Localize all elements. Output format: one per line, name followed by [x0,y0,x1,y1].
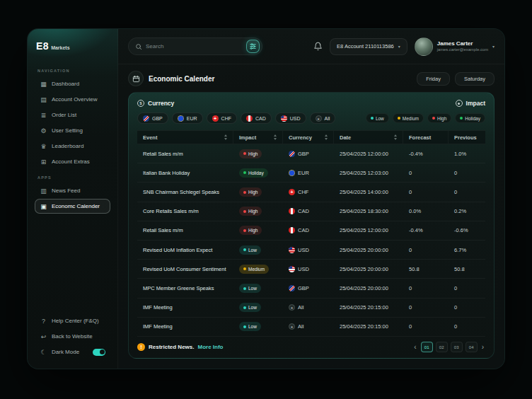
currency-flag-icon [316,115,322,122]
impact-dot-icon [243,248,246,251]
date-cell: 25/04/2025 18:30:00 [334,208,403,214]
impact-cell: Low [233,284,283,293]
restricted-news-label: Restricted News. [149,344,194,350]
table-row[interactable]: MPC Member Greene Speaks Low GBP 25/04/2… [137,279,485,298]
sort-icon[interactable] [274,134,277,140]
currency-chip-eur[interactable]: EUR [172,112,203,124]
column-label: Forecast [409,134,431,141]
page-button-02[interactable]: 02 [436,342,448,352]
sidebar-item-back-to-website[interactable]: ↩ Back to Website [35,329,110,344]
table-row[interactable]: Revised UoM Consumer Sentiment Medium US… [137,260,485,279]
bell-icon [313,42,323,51]
sidebar-item-label: Account Overview [52,96,97,103]
impact-badge: Medium [239,265,269,274]
impact-legend-label: High [437,116,446,121]
search-input[interactable] [146,43,243,50]
column-header-previous[interactable]: Previous [449,131,485,144]
event-cell: IMF Meeting [137,304,233,311]
moon-icon: ☾ [40,349,47,356]
warning-icon: ! [137,343,145,351]
chevron-down-icon: ▾ [398,45,400,49]
search-filter-button[interactable] [246,40,260,53]
impact-dot-icon [243,287,246,290]
currency-flag-icon [246,115,253,122]
page-button-04[interactable]: 04 [466,342,478,352]
more-info-link[interactable]: More Info [197,344,223,350]
next-page-button[interactable]: › [480,344,485,351]
account-selector[interactable]: E8 Account 2110113586 ▾ [330,38,407,55]
event-cell: Core Retails Sales m/m [137,208,233,214]
currency-chip-usd[interactable]: USD [275,112,306,124]
page-header: Economic Calender Friday Saturday [118,64,504,92]
impact-legend-low[interactable]: Low [366,113,389,123]
sidebar-item-label: Economc Calender [52,203,100,209]
previous-cell: 0 [449,304,485,311]
avatar [415,37,433,56]
page-button-01[interactable]: 01 [421,342,433,352]
sidebar-item-user-setting[interactable]: ⚙ User Setting [35,123,110,138]
sidebar-item-dark-mode[interactable]: ☾ Dark Mode [35,345,110,359]
page-icon-circle [128,71,144,86]
currency-cell: CAD [283,208,334,214]
day-button-saturday[interactable]: Saturday [455,72,495,86]
table-row[interactable]: Italian Bank Holiday Holiday EUR 25/04/2… [137,163,485,183]
impact-legend-high[interactable]: High [427,113,451,123]
impact-dot-icon [243,306,246,309]
sort-icon[interactable] [394,134,397,140]
forecast-cell: 0 [403,285,449,291]
notification-bell-button[interactable] [313,42,323,51]
sort-icon[interactable] [325,134,328,140]
apps-list: ▥ News Feed ▣ Economc Calender [35,183,110,214]
dark-mode-toggle[interactable] [93,349,105,356]
previous-cell: 0 [449,170,485,176]
sidebar-item-leaderboard[interactable]: ♛ Leaderboard [35,139,110,154]
currency-chip-label: CAD [255,116,266,121]
impact-legend-medium[interactable]: Medium [393,113,424,123]
currency-chip-cad[interactable]: CAD [241,112,272,124]
sidebar-item-account-extras[interactable]: ⊞ Account Extras [35,154,110,169]
table-row[interactable]: Core Retails Sales m/m High CAD 25/04/20… [137,202,485,221]
previous-cell: 6.7% [449,247,485,253]
forecast-cell: 0 [403,189,449,195]
currency-chip-gbp[interactable]: GBP [137,112,168,124]
sidebar-item-account-overview[interactable]: ▤ Account Overview [35,92,110,107]
sidebar-item-help-center-f-q[interactable]: ? Help Center (F&Q) [35,313,110,328]
impact-cell: Holiday [233,168,283,178]
impact-legend-holiday[interactable]: Holiday [455,113,485,123]
day-button-friday[interactable]: Friday [417,72,450,86]
sidebar-item-dashboard[interactable]: ▦ Dashboard [35,76,110,91]
currency-flag-icon [289,266,295,272]
impact-badge-label: High [248,151,258,156]
table-row[interactable]: IMF Meeting Low All 25/04/2025 20:15:00 [137,318,485,337]
currency-chip-chf[interactable]: CHF [207,112,237,124]
table-row[interactable]: Retail Sales m/m High CAD 25/04/2025 12:… [137,221,485,241]
date-cell: 25/04/2025 12:00:00 [334,151,403,157]
impact-badge-label: Low [248,286,257,291]
brand-logo-rest: Markets [51,45,69,50]
column-label: Date [340,134,351,141]
sidebar-item-order-list[interactable]: ≣ Order List [35,108,110,122]
brand-logo-bold: E8 [36,40,49,52]
user-profile[interactable]: James Carter james.carter@example.com ▾ [415,37,495,56]
prev-page-button[interactable]: ‹ [412,344,417,351]
column-header-date[interactable]: Date [334,131,403,144]
column-header-forecast[interactable]: Forecast [403,131,449,144]
news-feed-icon: ▥ [40,187,47,195]
table-row[interactable]: SNB Chairman Schlegel Speaks High CHF 25… [137,183,485,202]
table-row[interactable]: Retail Sales m/m High GBP 25/04/2025 12:… [137,144,485,163]
table-body: Retail Sales m/m High GBP 25/04/2025 12:… [137,144,485,337]
sidebar-item-label: Order List [52,112,76,118]
impact-cell: High [233,187,283,197]
sidebar-item-economc-calender[interactable]: ▣ Economc Calender [35,199,110,214]
table-row[interactable]: Revised UoM Inflation Expect Low USD 25/… [137,241,485,260]
column-header-event[interactable]: Event [137,131,233,144]
sort-icon[interactable] [224,134,227,140]
column-header-impact[interactable]: Impact [233,131,283,144]
page-button-03[interactable]: 03 [451,342,463,352]
currency-chip-all[interactable]: All [310,112,336,124]
event-cell: Revised UoM Inflation Expect [137,247,233,253]
column-header-currency[interactable]: Currency [283,131,334,144]
currency-cell: USD [283,266,334,272]
sidebar-item-news-feed[interactable]: ▥ News Feed [35,183,110,198]
table-row[interactable]: IMF Meeting Low All 25/04/2025 20:15:00 [137,299,485,318]
